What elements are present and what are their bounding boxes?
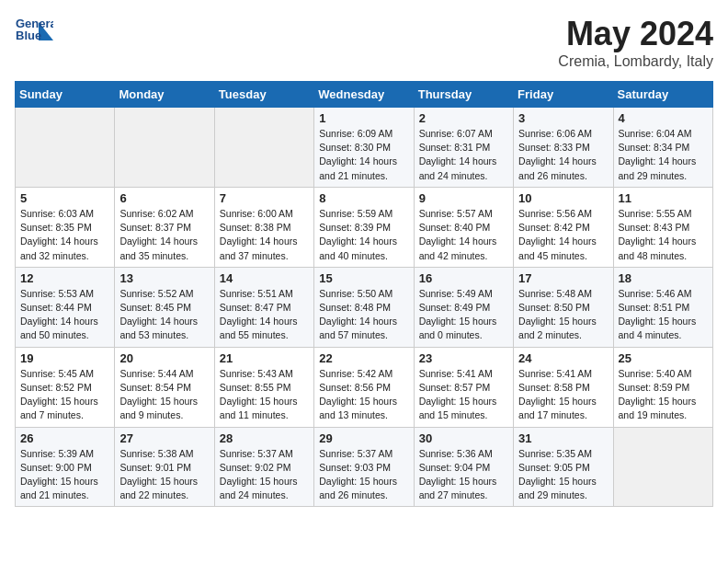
- day-number: 8: [319, 191, 408, 205]
- day-info: Sunrise: 5:55 AMSunset: 8:43 PMDaylight:…: [619, 207, 708, 263]
- calendar-cell: [115, 108, 214, 188]
- day-info: Sunrise: 5:38 AMSunset: 9:01 PMDaylight:…: [119, 447, 209, 503]
- day-info: Sunrise: 5:37 AMSunset: 9:03 PMDaylight:…: [319, 447, 408, 503]
- day-number: 25: [619, 351, 708, 365]
- calendar-cell: [16, 108, 115, 188]
- weekday-header-friday: Friday: [514, 82, 613, 108]
- calendar-cell: 26Sunrise: 5:39 AMSunset: 9:00 PMDayligh…: [16, 427, 115, 507]
- weekday-header-thursday: Thursday: [414, 82, 513, 108]
- day-number: 22: [319, 351, 408, 365]
- calendar-cell: 16Sunrise: 5:49 AMSunset: 8:49 PMDayligh…: [414, 267, 513, 347]
- day-number: 7: [220, 191, 309, 205]
- calendar-cell: 4Sunrise: 6:04 AMSunset: 8:34 PMDaylight…: [613, 108, 712, 188]
- page-header: General Blue May 2024 Cremia, Lombardy, …: [15, 15, 713, 70]
- logo: General Blue: [15, 15, 53, 53]
- calendar-cell: 3Sunrise: 6:06 AMSunset: 8:33 PMDaylight…: [514, 108, 613, 188]
- day-number: 11: [619, 191, 708, 205]
- day-info: Sunrise: 6:00 AMSunset: 8:38 PMDaylight:…: [220, 207, 309, 263]
- day-number: 27: [119, 431, 209, 445]
- calendar-cell: 20Sunrise: 5:44 AMSunset: 8:54 PMDayligh…: [115, 347, 214, 427]
- weekday-header-sunday: Sunday: [16, 82, 115, 108]
- day-info: Sunrise: 5:43 AMSunset: 8:55 PMDaylight:…: [220, 367, 309, 423]
- calendar-cell: 5Sunrise: 6:03 AMSunset: 8:35 PMDaylight…: [16, 187, 115, 267]
- day-number: 2: [419, 111, 508, 125]
- day-info: Sunrise: 5:42 AMSunset: 8:56 PMDaylight:…: [319, 367, 408, 423]
- day-number: 28: [220, 431, 309, 445]
- day-number: 23: [419, 351, 508, 365]
- day-info: Sunrise: 5:39 AMSunset: 9:00 PMDaylight:…: [20, 447, 109, 503]
- day-number: 20: [119, 351, 209, 365]
- title-block: May 2024 Cremia, Lombardy, Italy: [558, 15, 713, 70]
- calendar-cell: 10Sunrise: 5:56 AMSunset: 8:42 PMDayligh…: [514, 187, 613, 267]
- day-info: Sunrise: 5:46 AMSunset: 8:51 PMDaylight:…: [619, 287, 708, 343]
- calendar-cell: 12Sunrise: 5:53 AMSunset: 8:44 PMDayligh…: [16, 267, 115, 347]
- day-number: 4: [619, 111, 708, 125]
- day-info: Sunrise: 5:59 AMSunset: 8:39 PMDaylight:…: [319, 207, 408, 263]
- calendar-cell: 13Sunrise: 5:52 AMSunset: 8:45 PMDayligh…: [115, 267, 214, 347]
- day-info: Sunrise: 5:45 AMSunset: 8:52 PMDaylight:…: [20, 367, 109, 423]
- calendar-cell: 11Sunrise: 5:55 AMSunset: 8:43 PMDayligh…: [613, 187, 712, 267]
- day-number: 15: [319, 271, 408, 285]
- day-number: 3: [518, 111, 608, 125]
- day-info: Sunrise: 5:41 AMSunset: 8:57 PMDaylight:…: [419, 367, 508, 423]
- day-info: Sunrise: 6:07 AMSunset: 8:31 PMDaylight:…: [419, 127, 508, 183]
- day-number: 9: [419, 191, 508, 205]
- svg-text:Blue: Blue: [16, 29, 41, 42]
- month-title: May 2024: [558, 15, 713, 53]
- day-info: Sunrise: 5:56 AMSunset: 8:42 PMDaylight:…: [518, 207, 608, 263]
- calendar-week-row: 26Sunrise: 5:39 AMSunset: 9:00 PMDayligh…: [16, 427, 713, 507]
- day-number: 19: [20, 351, 109, 365]
- calendar-cell: 19Sunrise: 5:45 AMSunset: 8:52 PMDayligh…: [16, 347, 115, 427]
- calendar-cell: 30Sunrise: 5:36 AMSunset: 9:04 PMDayligh…: [414, 427, 513, 507]
- weekday-header-monday: Monday: [115, 82, 214, 108]
- day-info: Sunrise: 6:06 AMSunset: 8:33 PMDaylight:…: [518, 127, 608, 183]
- calendar-table: SundayMondayTuesdayWednesdayThursdayFrid…: [15, 81, 713, 507]
- calendar-week-row: 19Sunrise: 5:45 AMSunset: 8:52 PMDayligh…: [16, 347, 713, 427]
- day-info: Sunrise: 5:44 AMSunset: 8:54 PMDaylight:…: [119, 367, 209, 423]
- day-info: Sunrise: 5:50 AMSunset: 8:48 PMDaylight:…: [319, 287, 408, 343]
- calendar-cell: 18Sunrise: 5:46 AMSunset: 8:51 PMDayligh…: [613, 267, 712, 347]
- day-info: Sunrise: 5:48 AMSunset: 8:50 PMDaylight:…: [518, 287, 608, 343]
- calendar-cell: [613, 427, 712, 507]
- calendar-cell: 1Sunrise: 6:09 AMSunset: 8:30 PMDaylight…: [314, 108, 414, 188]
- day-number: 24: [518, 351, 608, 365]
- calendar-cell: 28Sunrise: 5:37 AMSunset: 9:02 PMDayligh…: [214, 427, 313, 507]
- calendar-cell: 8Sunrise: 5:59 AMSunset: 8:39 PMDaylight…: [314, 187, 414, 267]
- day-number: 26: [20, 431, 109, 445]
- calendar-cell: 14Sunrise: 5:51 AMSunset: 8:47 PMDayligh…: [214, 267, 313, 347]
- weekday-header-saturday: Saturday: [613, 82, 712, 108]
- calendar-cell: 25Sunrise: 5:40 AMSunset: 8:59 PMDayligh…: [613, 347, 712, 427]
- calendar-week-row: 12Sunrise: 5:53 AMSunset: 8:44 PMDayligh…: [16, 267, 713, 347]
- day-info: Sunrise: 5:40 AMSunset: 8:59 PMDaylight:…: [619, 367, 708, 423]
- calendar-cell: [214, 108, 313, 188]
- day-info: Sunrise: 5:41 AMSunset: 8:58 PMDaylight:…: [518, 367, 608, 423]
- calendar-week-row: 1Sunrise: 6:09 AMSunset: 8:30 PMDaylight…: [16, 108, 713, 188]
- weekday-header-wednesday: Wednesday: [314, 82, 414, 108]
- calendar-week-row: 5Sunrise: 6:03 AMSunset: 8:35 PMDaylight…: [16, 187, 713, 267]
- day-info: Sunrise: 5:52 AMSunset: 8:45 PMDaylight:…: [119, 287, 209, 343]
- day-info: Sunrise: 5:51 AMSunset: 8:47 PMDaylight:…: [220, 287, 309, 343]
- weekday-header-row: SundayMondayTuesdayWednesdayThursdayFrid…: [16, 82, 713, 108]
- weekday-header-tuesday: Tuesday: [214, 82, 313, 108]
- day-number: 29: [319, 431, 408, 445]
- calendar-cell: 17Sunrise: 5:48 AMSunset: 8:50 PMDayligh…: [514, 267, 613, 347]
- day-number: 12: [20, 271, 109, 285]
- day-number: 21: [220, 351, 309, 365]
- day-number: 16: [419, 271, 508, 285]
- day-number: 10: [518, 191, 608, 205]
- calendar-cell: 21Sunrise: 5:43 AMSunset: 8:55 PMDayligh…: [214, 347, 313, 427]
- calendar-cell: 31Sunrise: 5:35 AMSunset: 9:05 PMDayligh…: [514, 427, 613, 507]
- day-info: Sunrise: 5:35 AMSunset: 9:05 PMDaylight:…: [518, 447, 608, 503]
- calendar-cell: 15Sunrise: 5:50 AMSunset: 8:48 PMDayligh…: [314, 267, 414, 347]
- calendar-cell: 29Sunrise: 5:37 AMSunset: 9:03 PMDayligh…: [314, 427, 414, 507]
- location-title: Cremia, Lombardy, Italy: [558, 53, 713, 70]
- calendar-cell: 27Sunrise: 5:38 AMSunset: 9:01 PMDayligh…: [115, 427, 214, 507]
- day-number: 14: [220, 271, 309, 285]
- day-info: Sunrise: 5:53 AMSunset: 8:44 PMDaylight:…: [20, 287, 109, 343]
- day-info: Sunrise: 6:02 AMSunset: 8:37 PMDaylight:…: [119, 207, 209, 263]
- calendar-cell: 7Sunrise: 6:00 AMSunset: 8:38 PMDaylight…: [214, 187, 313, 267]
- calendar-cell: 22Sunrise: 5:42 AMSunset: 8:56 PMDayligh…: [314, 347, 414, 427]
- logo-icon: General Blue: [15, 15, 53, 53]
- day-info: Sunrise: 6:04 AMSunset: 8:34 PMDaylight:…: [619, 127, 708, 183]
- day-number: 31: [518, 431, 608, 445]
